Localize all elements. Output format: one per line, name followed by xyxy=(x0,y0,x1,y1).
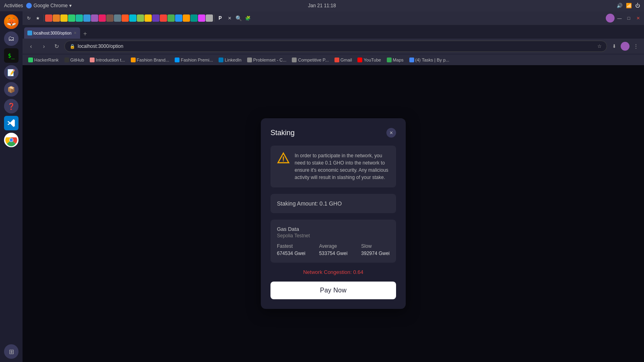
download-icon[interactable]: ⬇ xyxy=(609,41,619,51)
maps-label: Maps xyxy=(393,58,404,62)
tab-close-btn[interactable]: ✕ xyxy=(74,31,77,35)
bookmark-hackerrank[interactable]: HackerRank xyxy=(26,57,61,63)
intro-favicon xyxy=(90,58,95,62)
gas-speeds: Fastest 674534 Gwei Average 533754 Gwei … xyxy=(277,243,390,256)
ext-icon-11[interactable] xyxy=(122,14,129,22)
warning-icon xyxy=(277,152,290,165)
active-tab[interactable]: localhost:3000/option ✕ xyxy=(24,27,80,39)
svg-point-4 xyxy=(283,160,283,161)
window-close-icon[interactable]: ✕ xyxy=(634,14,642,23)
bookmark-icon[interactable]: ☆ xyxy=(597,43,602,49)
youtube-favicon xyxy=(357,58,362,62)
notes-icon[interactable]: 📝 xyxy=(4,65,19,80)
activities-label[interactable]: Activities xyxy=(4,3,23,8)
bookmark-maps[interactable]: Maps xyxy=(384,57,406,63)
vscode-icon[interactable] xyxy=(4,116,19,130)
ext-icon-puzzle[interactable]: 🧩 xyxy=(244,14,252,23)
ext-icon-19[interactable] xyxy=(183,14,190,22)
hackerrank-label: HackerRank xyxy=(34,58,59,62)
bookmark-fashion1[interactable]: Fashion Brand... xyxy=(128,57,172,63)
ext-icon-18[interactable] xyxy=(175,14,182,22)
fashion2-favicon xyxy=(175,58,180,62)
profile-btn[interactable] xyxy=(621,42,630,51)
tasks-favicon xyxy=(409,58,414,62)
bookmark-fashion2[interactable]: Fashion Premi... xyxy=(172,57,215,63)
browser-content: Staking × In order to participate in the… xyxy=(23,65,644,362)
power-icon: ⏻ xyxy=(635,3,640,8)
files-icon[interactable]: 🗂 xyxy=(4,31,19,46)
bookmark-youtube[interactable]: YouTube xyxy=(355,57,383,63)
address-text[interactable]: localhost:3000/option xyxy=(78,43,595,49)
terminal-icon[interactable]: $_ xyxy=(4,48,19,63)
bookmark-intro[interactable]: Introduction t... xyxy=(87,57,128,63)
ext-icon-13[interactable] xyxy=(137,14,144,22)
help-icon[interactable]: ❓ xyxy=(4,99,19,113)
network-congestion: Network Congestion: 0.64 xyxy=(270,269,396,275)
tabs-row: localhost:3000/option ✕ + xyxy=(23,25,644,39)
ext-icon-16[interactable] xyxy=(160,14,167,22)
ext-icon-12[interactable] xyxy=(129,14,136,22)
gas-data-box: Gas Data Sepolia Testnet Fastest 674534 … xyxy=(270,220,396,263)
profile-icon[interactable] xyxy=(606,14,615,23)
firefox-icon[interactable]: 🦊 xyxy=(4,14,19,29)
apps-icon[interactable]: 📦 xyxy=(4,82,19,97)
modal-close-button[interactable]: × xyxy=(386,128,396,138)
bookmark-problemset[interactable]: Problemset - C... xyxy=(245,57,289,63)
ext-icon-7[interactable] xyxy=(91,14,98,22)
minimize-icon[interactable]: — xyxy=(615,14,624,23)
fashion1-favicon xyxy=(131,58,136,62)
ext-icon-2[interactable] xyxy=(53,14,60,22)
average-label: Average xyxy=(319,243,348,249)
ext-icon-1[interactable] xyxy=(45,14,52,22)
bookmark-competitive[interactable]: Competitive P... xyxy=(289,57,331,63)
refresh-button[interactable]: ↻ xyxy=(52,41,62,51)
staking-amount-label: Staking Amount: 0.1 GHO xyxy=(277,200,342,207)
ext-icon-3[interactable] xyxy=(60,14,68,22)
pay-now-button[interactable]: Pay Now xyxy=(270,282,396,299)
ext-icon-21[interactable] xyxy=(198,14,205,22)
github-label: GitHub xyxy=(70,58,84,62)
maximize-icon[interactable]: □ xyxy=(624,14,633,23)
modal-title: Staking xyxy=(270,129,295,137)
ext-icon-14[interactable] xyxy=(144,14,152,22)
competitive-label: Competitive P... xyxy=(298,58,328,62)
intro-label: Introduction t... xyxy=(96,58,125,62)
bookmark-star-icon[interactable]: ★ xyxy=(33,14,42,23)
ext-icon-close[interactable]: ✕ xyxy=(225,14,234,23)
bookmark-linkedin[interactable]: LinkedIn xyxy=(216,57,244,63)
forward-button[interactable]: › xyxy=(39,41,49,51)
bookmark-github[interactable]: GitHub xyxy=(62,57,87,63)
ext-icon-4[interactable] xyxy=(68,14,75,22)
reload-icon[interactable]: ↻ xyxy=(24,14,33,23)
os-sidebar: 🦊 🗂 $_ 📝 📦 ❓ ⊞ xyxy=(0,11,23,362)
menu-btn[interactable]: ⋮ xyxy=(631,41,641,51)
grid-icon[interactable]: ⊞ xyxy=(4,344,19,359)
ext-icon-8[interactable] xyxy=(99,14,106,22)
bookmark-tasks[interactable]: (4) Tasks | By p... xyxy=(407,57,452,63)
back-button[interactable]: ‹ xyxy=(26,41,36,51)
browser-indicator[interactable]: Google Chrome ▾ xyxy=(26,3,72,8)
ext-icon-22[interactable] xyxy=(206,14,213,22)
chrome-icon[interactable] xyxy=(4,133,19,147)
ext-icon-5[interactable] xyxy=(76,14,83,22)
navigation-bar: ‹ › ↻ 🔒 localhost:3000/option ☆ ⬇ ⋮ xyxy=(23,39,644,54)
ext-icon-15[interactable] xyxy=(152,14,159,22)
ext-icon-9[interactable] xyxy=(106,14,114,22)
fastest-value: 674534 Gwei xyxy=(277,251,305,256)
ext-icon-6[interactable] xyxy=(83,14,91,22)
maps-favicon xyxy=(387,58,392,62)
hackerrank-favicon xyxy=(28,58,33,62)
slow-label: Slow xyxy=(361,243,390,249)
ext-icon-10[interactable] xyxy=(114,14,121,22)
ext-icon-20[interactable] xyxy=(190,14,198,22)
ext-icon-p[interactable]: P xyxy=(216,14,225,23)
toolbar-separator xyxy=(43,14,44,22)
tab-label: localhost:3000/option xyxy=(33,31,72,35)
fashion1-label: Fashion Brand... xyxy=(137,58,169,62)
linkedin-favicon xyxy=(219,58,223,62)
ext-icon-search[interactable]: 🔍 xyxy=(234,14,243,23)
ext-icon-17[interactable] xyxy=(167,14,175,22)
new-tab-button[interactable]: + xyxy=(80,29,90,39)
bookmark-gmail[interactable]: Gmail xyxy=(332,57,355,63)
address-bar[interactable]: 🔒 localhost:3000/option ☆ xyxy=(64,41,607,52)
